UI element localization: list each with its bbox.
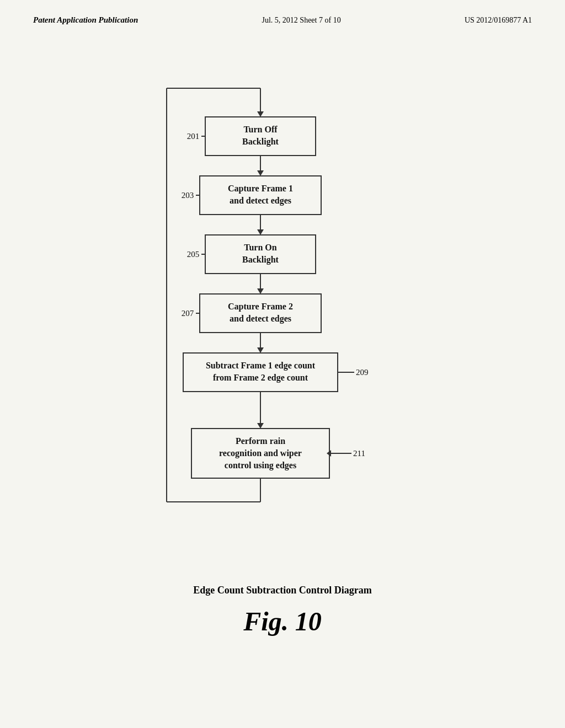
svg-rect-9 [200, 176, 321, 215]
svg-text:207: 207 [182, 309, 194, 318]
svg-text:Capture Frame 2: Capture Frame 2 [228, 302, 293, 312]
svg-marker-8 [257, 170, 264, 176]
publication-label: Patent Application Publication [33, 15, 138, 25]
page: Patent Application Publication Jul. 5, 2… [0, 0, 565, 728]
header: Patent Application Publication Jul. 5, 2… [0, 0, 565, 25]
svg-text:and detect edges: and detect edges [230, 314, 291, 324]
date-sheet-label: Jul. 5, 2012 Sheet 7 of 10 [262, 16, 341, 25]
svg-text:from Frame 2 edge count: from Frame 2 edge count [213, 373, 308, 383]
svg-marker-36 [257, 423, 264, 429]
flowchart-svg: .box-rect { fill: #f5f5f0; stroke: #333;… [111, 83, 454, 579]
svg-rect-2 [205, 117, 316, 156]
svg-marker-22 [257, 288, 264, 294]
patent-number-label: US 2012/0169877 A1 [465, 16, 532, 25]
svg-text:203: 203 [182, 191, 194, 200]
svg-marker-1 [257, 111, 264, 117]
svg-text:Turn On: Turn On [244, 243, 277, 252]
svg-text:Capture Frame 1: Capture Frame 1 [228, 184, 293, 194]
svg-rect-30 [183, 353, 338, 392]
svg-marker-15 [257, 229, 264, 235]
svg-text:205: 205 [187, 250, 200, 259]
svg-text:211: 211 [353, 449, 365, 458]
svg-text:201: 201 [187, 132, 200, 141]
svg-rect-23 [200, 294, 321, 333]
svg-text:recognition and wiper: recognition and wiper [219, 448, 302, 458]
diagram-caption: Edge Count Subtraction Control Diagram [193, 585, 372, 596]
svg-text:209: 209 [356, 368, 369, 377]
svg-text:control using edges: control using edges [225, 461, 296, 470]
svg-text:Subtract Frame 1 edge count: Subtract Frame 1 edge count [206, 361, 316, 371]
svg-rect-16 [205, 235, 316, 274]
fig-label: Fig. 10 [243, 606, 321, 636]
svg-text:and detect edges: and detect edges [230, 196, 291, 206]
svg-text:Backlight: Backlight [242, 255, 279, 265]
svg-text:Turn Off: Turn Off [243, 125, 278, 134]
svg-text:Perform rain: Perform rain [236, 436, 285, 446]
diagram-area: .box-rect { fill: #f5f5f0; stroke: #333;… [0, 83, 565, 636]
svg-text:Backlight: Backlight [242, 137, 279, 147]
svg-marker-29 [257, 347, 264, 353]
